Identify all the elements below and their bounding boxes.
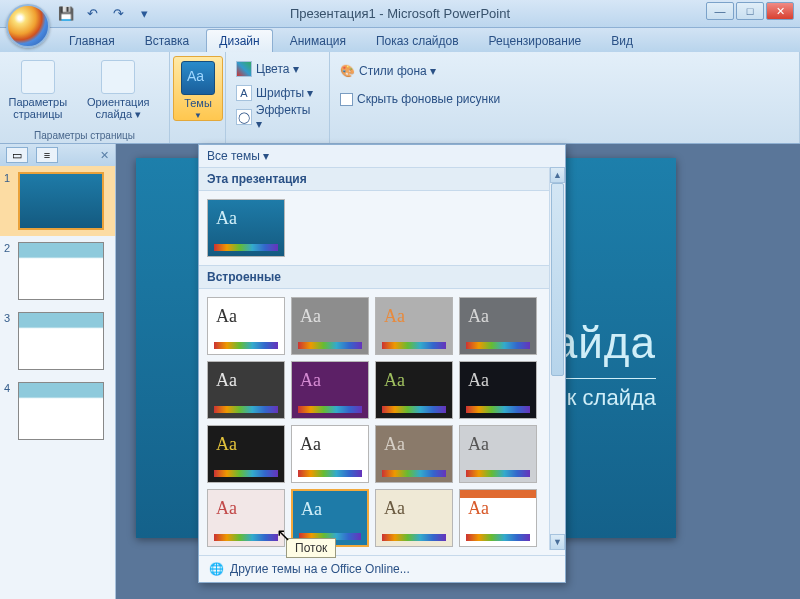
theme-aa-label: Aa — [216, 306, 237, 327]
tab-view[interactable]: Вид — [598, 29, 646, 52]
theme-color-bar — [214, 470, 278, 477]
all-themes-header[interactable]: Все темы ▾ — [199, 145, 565, 167]
thumb-preview — [18, 312, 104, 370]
scroll-down-icon[interactable]: ▼ — [550, 534, 565, 550]
ribbon: Параметры страницы Ориентация слайда ▾ П… — [0, 52, 800, 144]
page-setup-button[interactable]: Параметры страницы — [6, 56, 70, 128]
hide-background-checkbox[interactable]: Скрыть фоновые рисунки — [336, 88, 793, 110]
qat-more-icon[interactable]: ▾ — [134, 4, 154, 24]
theme-color-bar — [214, 342, 278, 349]
scroll-up-icon[interactable]: ▲ — [550, 167, 565, 183]
tab-review[interactable]: Рецензирование — [476, 29, 595, 52]
slide-thumb-2[interactable]: 2 — [0, 236, 115, 306]
theme-color-bar — [298, 342, 362, 349]
theme-aa-label: Aa — [468, 370, 489, 391]
panel-tabs: ▭ ≡ ✕ — [0, 144, 115, 166]
more-themes-online[interactable]: 🌐Другие темы на е Office Online... — [199, 555, 565, 582]
orientation-label: Ориентация слайда ▾ — [74, 96, 163, 120]
slide-thumb-3[interactable]: 3 — [0, 306, 115, 376]
theme-option-14[interactable]: Aa — [375, 489, 453, 547]
theme-color-bar — [466, 406, 530, 413]
theme-aa-label: Aa — [300, 306, 321, 327]
slide-thumb-4[interactable]: 4 — [0, 376, 115, 446]
themes-label: Темы — [184, 97, 212, 109]
slide-orientation-button[interactable]: Ориентация слайда ▾ — [74, 56, 163, 128]
slides-tab-icon[interactable]: ▭ — [6, 147, 28, 163]
effects-button[interactable]: ◯Эффекты ▾ — [232, 106, 323, 128]
theme-option-7[interactable]: Aa — [459, 361, 537, 419]
theme-aa-label: Aa — [384, 370, 405, 391]
theme-option-6[interactable]: Aa — [375, 361, 453, 419]
theme-color-bar — [466, 534, 530, 541]
bg-styles-icon: 🎨 — [340, 64, 355, 78]
theme-aa-label: Aa — [468, 498, 489, 519]
colors-button[interactable]: Цвета ▾ — [232, 58, 323, 80]
quick-access-toolbar: 💾 ↶ ↷ ▾ — [56, 4, 154, 24]
ribbon-tabs: Главная Вставка Дизайн Анимация Показ сл… — [0, 28, 800, 52]
redo-icon[interactable]: ↷ — [108, 4, 128, 24]
theme-tooltip: Поток — [286, 538, 336, 558]
orientation-icon — [101, 60, 135, 94]
theme-color-bar — [214, 406, 278, 413]
theme-aa-label: Aa — [384, 306, 405, 327]
theme-aa-label: Aa — [216, 434, 237, 455]
slides-panel: ▭ ≡ ✕ 1 2 3 4 — [0, 144, 116, 599]
fonts-button[interactable]: AШрифты ▾ — [232, 82, 323, 104]
scroll-thumb[interactable] — [551, 183, 564, 376]
theme-option-3[interactable]: Aa — [459, 297, 537, 355]
slide-thumb-1[interactable]: 1 — [0, 166, 115, 236]
dropdown-scrollbar[interactable]: ▲ ▼ — [549, 167, 565, 550]
section-this-presentation: Эта презентация — [199, 167, 565, 191]
theme-option-4[interactable]: Aa — [207, 361, 285, 419]
thumb-preview — [18, 242, 104, 300]
theme-current[interactable]: Aa — [207, 199, 285, 257]
close-button[interactable]: ✕ — [766, 2, 794, 20]
theme-option-9[interactable]: Aa — [291, 425, 369, 483]
background-styles-button[interactable]: 🎨Стили фона ▾ — [336, 60, 793, 82]
tab-home[interactable]: Главная — [56, 29, 128, 52]
theme-option-15[interactable]: Aa — [459, 489, 537, 547]
fonts-icon: A — [236, 85, 252, 101]
window-title: Презентация1 - Microsoft PowerPoint — [290, 6, 510, 21]
theme-aa-label: Aa — [216, 370, 237, 391]
theme-color-bar — [298, 406, 362, 413]
globe-icon: 🌐 — [209, 562, 224, 576]
title-bar: 💾 ↶ ↷ ▾ Презентация1 - Microsoft PowerPo… — [0, 0, 800, 28]
save-icon[interactable]: 💾 — [56, 4, 76, 24]
tab-insert[interactable]: Вставка — [132, 29, 203, 52]
theme-option-0[interactable]: Aa — [207, 297, 285, 355]
theme-option-12[interactable]: Aa — [207, 489, 285, 547]
theme-aa-label: Aa — [301, 499, 322, 520]
theme-color-bar — [382, 470, 446, 477]
theme-color-bar — [214, 534, 278, 541]
themes-icon — [181, 61, 215, 95]
office-button[interactable] — [6, 4, 50, 48]
outline-tab-icon[interactable]: ≡ — [36, 147, 58, 163]
thumb-preview — [18, 172, 104, 230]
theme-option-1[interactable]: Aa — [291, 297, 369, 355]
section-builtin: Встроенные — [199, 265, 565, 289]
tab-animation[interactable]: Анимация — [277, 29, 359, 52]
theme-aa-label: Aa — [216, 498, 237, 519]
maximize-button[interactable]: □ — [736, 2, 764, 20]
page-setup-icon — [21, 60, 55, 94]
minimize-button[interactable]: — — [706, 2, 734, 20]
group-themes: Темы ▼ — [170, 52, 226, 143]
tab-design[interactable]: Дизайн — [206, 29, 272, 52]
colors-icon — [236, 61, 252, 77]
this-presentation-grid: Aa — [199, 191, 565, 265]
tab-slideshow[interactable]: Показ слайдов — [363, 29, 472, 52]
themes-dropdown: Все темы ▾ Эта презентация Aa Встроенные… — [198, 144, 566, 583]
theme-option-2[interactable]: Aa — [375, 297, 453, 355]
theme-option-5[interactable]: Aa — [291, 361, 369, 419]
undo-icon[interactable]: ↶ — [82, 4, 102, 24]
theme-aa-label: Aa — [384, 434, 405, 455]
theme-option-10[interactable]: Aa — [375, 425, 453, 483]
theme-option-11[interactable]: Aa — [459, 425, 537, 483]
checkbox-icon — [340, 93, 353, 106]
themes-button[interactable]: Темы ▼ — [173, 56, 223, 121]
theme-option-8[interactable]: Aa — [207, 425, 285, 483]
panel-close-icon[interactable]: ✕ — [100, 149, 109, 162]
group-label-page: Параметры страницы — [6, 128, 163, 143]
group-page-setup: Параметры страницы Ориентация слайда ▾ П… — [0, 52, 170, 143]
